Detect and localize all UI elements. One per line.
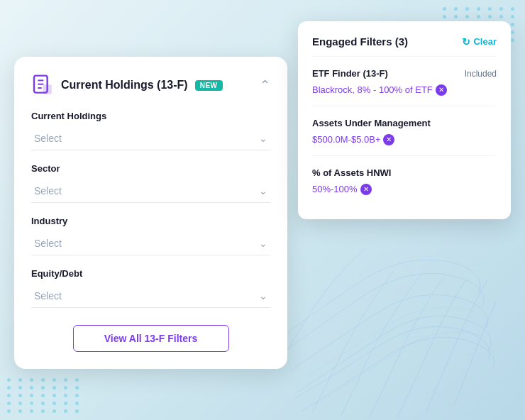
equity-debt-select[interactable]: Select ⌄ [31, 284, 270, 308]
hnwi-remove-button[interactable]: ✕ [360, 184, 372, 195]
chevron-down-icon: ⌄ [259, 238, 267, 249]
new-badge: NEW [195, 80, 223, 91]
sector-select[interactable]: Select ⌄ [31, 179, 270, 203]
industry-label: Industry [31, 216, 270, 226]
engaged-filters-card: Engaged Filters (3) ↻ Clear ETF Finder (… [298, 21, 511, 219]
current-holdings-card: Current Holdings (13-F) NEW ⌃ Current Ho… [14, 57, 287, 369]
card-title: Current Holdings (13-F) [61, 79, 188, 92]
sector-section: Sector Select ⌄ [31, 163, 270, 203]
industry-select[interactable]: Select ⌄ [31, 232, 270, 255]
aum-header: Assets Under Management [312, 118, 497, 128]
equity-debt-section: Equity/Debt Select ⌄ [31, 268, 270, 308]
dots-bottom-left-decoration [7, 378, 82, 413]
etf-finder-remove-button[interactable]: ✕ [436, 84, 447, 96]
hnwi-tag: 50%-100% ✕ [312, 184, 372, 195]
engaged-filters-title: Engaged Filters (3) [312, 35, 408, 48]
etf-finder-tag: Blackrock, 8% - 100% of ETF ✕ [312, 84, 447, 96]
equity-debt-placeholder: Select [34, 290, 62, 302]
sector-placeholder: Select [34, 185, 62, 197]
mesh-decoration [284, 193, 497, 420]
refresh-icon: ↻ [462, 36, 470, 48]
chevron-down-icon: ⌄ [259, 185, 267, 197]
collapse-button[interactable]: ⌃ [260, 77, 270, 93]
industry-section: Industry Select ⌄ [31, 216, 270, 255]
industry-placeholder: Select [34, 238, 62, 249]
etf-finder-tag-text: Blackrock, 8% - 100% of ETF [312, 84, 433, 95]
aum-name: Assets Under Management [312, 118, 431, 128]
clear-label: Clear [473, 36, 497, 47]
engaged-filters-header: Engaged Filters (3) ↻ Clear [312, 35, 497, 57]
current-holdings-label: Current Holdings [31, 111, 270, 121]
chevron-down-icon: ⌄ [259, 133, 267, 144]
svg-rect-4 [43, 85, 51, 94]
chevron-down-icon: ⌄ [259, 290, 267, 302]
etf-finder-status: Included [465, 69, 497, 79]
hnwi-tag-text: 50%-100% [312, 184, 358, 194]
card-header-left: Current Holdings (13-F) NEW [31, 74, 223, 96]
current-holdings-section: Current Holdings Select ⌄ [31, 111, 270, 150]
aum-tag-text: $500.0M-$5.0B+ [312, 134, 380, 145]
etf-finder-header: ETF Finder (13-F) Included [312, 68, 497, 79]
aum-tag: $500.0M-$5.0B+ ✕ [312, 134, 394, 145]
current-holdings-placeholder: Select [34, 133, 62, 144]
clear-button[interactable]: ↻ Clear [462, 36, 497, 48]
hnwi-filter: % of Assets HNWI 50%-100% ✕ [312, 167, 497, 205]
document-icon [31, 74, 54, 96]
hnwi-header: % of Assets HNWI [312, 167, 497, 178]
aum-filter: Assets Under Management $500.0M-$5.0B+ ✕ [312, 118, 497, 156]
current-holdings-select[interactable]: Select ⌄ [31, 127, 270, 150]
sector-label: Sector [31, 163, 270, 174]
card-header: Current Holdings (13-F) NEW ⌃ [31, 74, 270, 96]
aum-remove-button[interactable]: ✕ [383, 134, 394, 145]
equity-debt-label: Equity/Debt [31, 268, 270, 279]
hnwi-name: % of Assets HNWI [312, 167, 391, 178]
view-all-filters-button[interactable]: View All 13-F Filters [73, 325, 229, 352]
etf-finder-name: ETF Finder (13-F) [312, 68, 388, 79]
etf-finder-filter: ETF Finder (13-F) Included Blackrock, 8%… [312, 68, 497, 106]
